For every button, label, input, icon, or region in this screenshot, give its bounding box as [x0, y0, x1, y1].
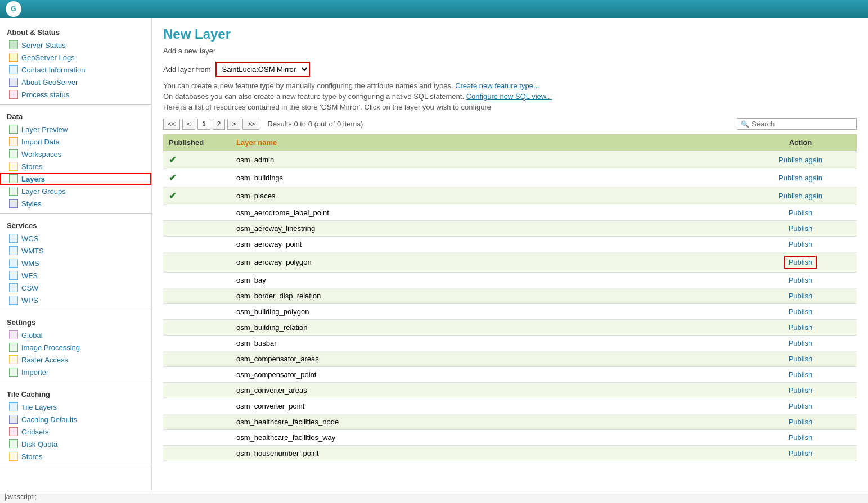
published-cell [163, 205, 231, 221]
action-link[interactable]: Publish [789, 402, 813, 410]
pagination-page2[interactable]: 2 [213, 119, 226, 130]
layer-name-cell: osm_compensator_areas [231, 351, 744, 367]
store-select[interactable]: SaintLucia:OSM Mirror [215, 62, 310, 77]
create-feature-type-link[interactable]: Create new feature type... [455, 81, 539, 90]
action-cell: Publish [744, 320, 857, 336]
action-link[interactable]: Publish [789, 323, 813, 332]
published-cell [163, 351, 231, 367]
sidebar-item-workspaces[interactable]: Workspaces [0, 148, 151, 160]
sidebar-item-label: Raster Access [21, 356, 68, 364]
sidebar-item-styles[interactable]: Styles [0, 197, 151, 210]
sidebar-item-label: Layers [21, 175, 45, 183]
info-line2: On databases you can also create a new f… [163, 92, 857, 101]
sidebar-item-label: WPS [21, 296, 38, 305]
sidebar-item-process-status[interactable]: Process status [0, 88, 151, 101]
sidebar-item-layer-preview[interactable]: Layer Preview [0, 123, 151, 135]
sidebar-section-title: Tile Caching [0, 386, 151, 401]
layer-name-sort-link[interactable]: Layer name [236, 138, 277, 147]
table-row: osm_building_relationPublish [163, 320, 857, 336]
sidebar-item-layer-groups[interactable]: Layer Groups [0, 185, 151, 197]
action-link[interactable]: Publish [789, 418, 813, 426]
action-link[interactable]: Publish again [779, 174, 822, 182]
action-link[interactable]: Publish [789, 386, 813, 395]
sidebar-item-wcs[interactable]: WCS [0, 232, 151, 244]
page-title: New Layer [163, 26, 857, 42]
pagination-page1[interactable]: 1 [197, 119, 210, 130]
raster-icon [9, 355, 18, 364]
table-row: ✔osm_placesPublish again [163, 187, 857, 205]
sidebar-item-caching-defaults[interactable]: Caching Defaults [0, 413, 151, 425]
sidebar-item-server-status[interactable]: Server Status [0, 39, 151, 51]
sidebar-item-raster-access[interactable]: Raster Access [0, 354, 151, 366]
action-link[interactable]: Publish again [779, 192, 822, 200]
sidebar-item-layers[interactable]: Layers [0, 173, 151, 185]
sidebar-item-stores[interactable]: Stores [0, 160, 151, 173]
sidebar-item-tile-layers[interactable]: Tile Layers [0, 401, 151, 413]
layer-name-cell: osm_aerodrome_label_point [231, 205, 744, 221]
col-action: Action [744, 134, 857, 151]
action-cell: Publish [744, 414, 857, 430]
sidebar-item-label: Stores [21, 452, 43, 461]
action-link[interactable]: Publish [789, 276, 813, 284]
pagination-prev[interactable]: < [182, 119, 195, 130]
search-box[interactable]: 🔍 [737, 118, 857, 130]
sidebar-item-import-data[interactable]: Import Data [0, 135, 151, 148]
action-link[interactable]: Publish [784, 256, 817, 269]
sidebar-item-geoserver-logs[interactable]: GeoServer Logs [0, 51, 151, 64]
sidebar-divider [0, 213, 151, 214]
sidebar-divider [0, 466, 151, 466]
server-icon [9, 40, 18, 49]
action-link[interactable]: Publish [789, 370, 813, 379]
action-link[interactable]: Publish [789, 339, 813, 347]
layer-preview-icon [9, 125, 18, 134]
published-cell [163, 446, 231, 461]
action-link[interactable]: Publish [789, 355, 813, 363]
sidebar-item-importer[interactable]: Importer [0, 366, 151, 378]
action-link[interactable]: Publish [789, 240, 813, 248]
sidebar-item-wfs[interactable]: WFS [0, 269, 151, 282]
sidebar-item-contact-information[interactable]: Contact Information [0, 64, 151, 76]
sidebar-item-global[interactable]: Global [0, 329, 151, 341]
table-body: ✔osm_adminPublish again✔osm_buildingsPub… [163, 151, 857, 461]
wcs-icon [9, 234, 18, 243]
layer-name-cell: osm_buildings [231, 169, 744, 187]
action-link[interactable]: Publish again [779, 156, 822, 164]
sidebar-item-about-geoserver[interactable]: About GeoServer [0, 76, 151, 88]
pagination-last[interactable]: >> [242, 119, 259, 130]
subtitle: Add a new layer [163, 47, 857, 55]
published-cell [163, 398, 231, 414]
sidebar-item-stores[interactable]: Stores [0, 450, 151, 463]
configure-sql-view-link[interactable]: Configure new SQL view... [466, 92, 552, 101]
table-row: ✔osm_adminPublish again [163, 151, 857, 169]
contact-icon [9, 65, 18, 74]
col-published: Published [163, 134, 231, 151]
published-cell: ✔ [163, 187, 231, 205]
sidebar-item-csw[interactable]: CSW [0, 282, 151, 294]
action-link[interactable]: Publish [789, 433, 813, 442]
action-link[interactable]: Publish [789, 209, 813, 217]
table-row: osm_healthcare_facilities_wayPublish [163, 430, 857, 446]
action-link[interactable]: Publish [789, 307, 813, 316]
action-cell: Publish [744, 446, 857, 461]
published-cell: ✔ [163, 151, 231, 169]
action-link[interactable]: Publish [789, 292, 813, 300]
pagination-next[interactable]: > [227, 119, 240, 130]
layer-name-cell: osm_converter_areas [231, 383, 744, 398]
action-link[interactable]: Publish [789, 224, 813, 233]
sidebar-item-wms[interactable]: WMS [0, 257, 151, 269]
sidebar-item-image-processing[interactable]: Image Processing [0, 341, 151, 354]
pagination-first[interactable]: << [163, 119, 180, 130]
sidebar-item-wps[interactable]: WPS [0, 294, 151, 306]
sidebar-item-label: Process status [21, 90, 69, 99]
table-row: osm_compensator_pointPublish [163, 367, 857, 383]
sidebar-item-disk-quota[interactable]: Disk Quota [0, 438, 151, 450]
action-link[interactable]: Publish [789, 449, 813, 457]
sidebar-item-label: WFS [21, 271, 38, 280]
layer-name-cell: osm_bay [231, 273, 744, 288]
sidebar-item-label: GeoServer Logs [21, 53, 75, 62]
sidebar-item-label: Tile Layers [21, 403, 57, 411]
sidebar-item-wmts[interactable]: WMTS [0, 244, 151, 257]
published-cell [163, 367, 231, 383]
sidebar-item-gridsets[interactable]: Gridsets [0, 425, 151, 438]
search-input[interactable] [752, 120, 853, 128]
